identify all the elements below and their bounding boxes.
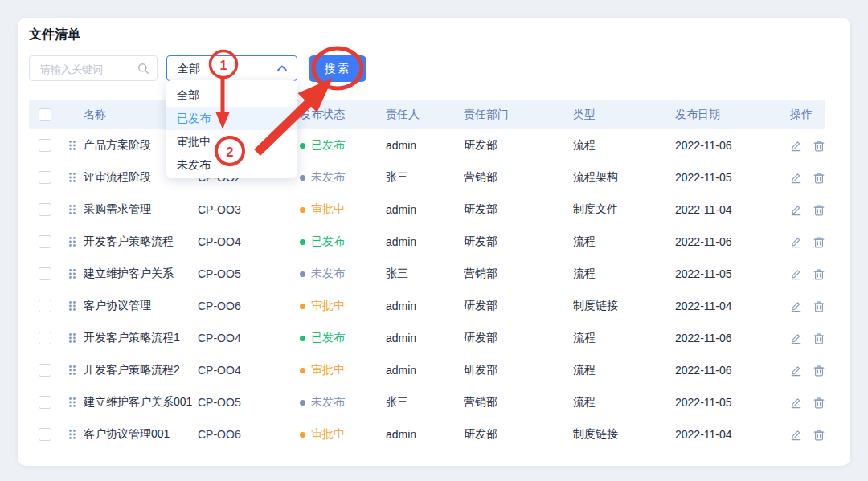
doc-type: 流程	[573, 331, 675, 345]
header-status: 发布状态	[300, 108, 386, 122]
doc-person: admin	[386, 364, 464, 377]
dropdown-option-published[interactable]: 已发布	[166, 107, 297, 130]
doc-type: 流程	[573, 138, 675, 153]
doc-name: 建立维护客户关系	[84, 267, 198, 281]
doc-dept: 营销部	[464, 170, 573, 185]
page-title: 文件清单	[29, 26, 80, 43]
edit-icon[interactable]	[790, 429, 802, 441]
status-label: 已发布	[311, 331, 345, 345]
table-body: 产品方案阶段 已发布 admin 研发部 流程 2022-11-06	[29, 129, 825, 450]
doc-dept: 营销部	[464, 395, 573, 410]
doc-name: 开发客户策略流程1	[84, 331, 198, 345]
drag-handle-icon[interactable]	[68, 268, 76, 279]
table-row: 产品方案阶段 已发布 admin 研发部 流程 2022-11-06	[29, 129, 825, 161]
search-input[interactable]	[39, 56, 138, 82]
doc-code: CP-OO4	[198, 332, 300, 344]
delete-icon[interactable]	[813, 365, 825, 377]
doc-person: admin	[386, 235, 464, 248]
row-checkbox[interactable]	[39, 203, 51, 216]
doc-date: 2022-11-04	[675, 203, 790, 216]
status-badge: 已发布	[300, 234, 386, 249]
drag-handle-icon[interactable]	[68, 140, 76, 151]
status-badge: 审批中	[300, 202, 386, 217]
header-type: 类型	[573, 108, 675, 122]
doc-dept: 研发部	[464, 427, 573, 442]
delete-icon[interactable]	[813, 236, 825, 248]
table-row: 采购需求管理 CP-OO3 审批中 admin 研发部 制度文件 2022-11…	[29, 194, 825, 226]
delete-icon[interactable]	[813, 140, 825, 152]
edit-icon[interactable]	[790, 268, 802, 280]
doc-person: admin	[386, 139, 464, 152]
delete-icon[interactable]	[813, 300, 825, 312]
doc-type: 流程	[573, 267, 675, 281]
doc-date: 2022-11-05	[675, 396, 790, 409]
doc-date: 2022-11-06	[675, 332, 790, 344]
search-icon	[137, 63, 149, 75]
dropdown-option-approving[interactable]: 审批中	[166, 130, 297, 153]
drag-handle-icon[interactable]	[68, 172, 76, 183]
row-checkbox[interactable]	[39, 428, 51, 441]
edit-icon[interactable]	[790, 397, 802, 409]
drag-handle-icon[interactable]	[68, 204, 76, 215]
doc-date: 2022-11-05	[675, 171, 790, 184]
status-label: 已发布	[311, 234, 345, 249]
row-checkbox[interactable]	[39, 139, 51, 152]
edit-icon[interactable]	[790, 332, 802, 344]
doc-code: CP-OO6	[198, 428, 300, 441]
edit-icon[interactable]	[790, 172, 802, 184]
status-badge: 已发布	[300, 138, 386, 153]
doc-code: CP-OO5	[198, 396, 300, 409]
drag-handle-icon[interactable]	[68, 332, 76, 344]
delete-icon[interactable]	[813, 332, 825, 344]
table-row: 评审流程阶段 CP-OO2 未发布 张三 营销部 流程架构 2022-11-05	[29, 161, 825, 194]
status-badge: 审批中	[300, 427, 386, 442]
status-badge: 未发布	[300, 170, 386, 185]
row-checkbox[interactable]	[39, 300, 51, 312]
row-checkbox[interactable]	[39, 235, 51, 248]
row-checkbox[interactable]	[39, 267, 51, 280]
row-checkbox[interactable]	[39, 171, 51, 184]
row-checkbox[interactable]	[39, 332, 51, 344]
edit-icon[interactable]	[790, 204, 802, 216]
delete-icon[interactable]	[813, 268, 825, 280]
search-button[interactable]: 搜索	[309, 55, 366, 82]
dropdown-option-unpublished[interactable]: 未发布	[166, 153, 297, 177]
edit-icon[interactable]	[790, 365, 802, 377]
status-filter-select[interactable]: 全部	[166, 55, 297, 81]
status-dot-icon	[300, 336, 305, 341]
dropdown-option-all[interactable]: 全部	[166, 84, 297, 107]
doc-type: 流程架构	[573, 170, 675, 185]
row-checkbox[interactable]	[39, 396, 51, 409]
delete-icon[interactable]	[813, 429, 825, 441]
doc-person: 张三	[386, 395, 464, 410]
search-input-wrapper	[29, 55, 158, 81]
drag-handle-icon[interactable]	[68, 365, 76, 376]
delete-icon[interactable]	[813, 397, 825, 409]
doc-dept: 营销部	[464, 267, 573, 281]
edit-icon[interactable]	[790, 300, 802, 312]
doc-dept: 研发部	[464, 331, 573, 345]
doc-person: admin	[386, 428, 464, 441]
drag-handle-icon[interactable]	[68, 236, 76, 247]
doc-code: CP-OO5	[198, 267, 300, 280]
edit-icon[interactable]	[790, 236, 802, 248]
delete-icon[interactable]	[813, 204, 825, 216]
status-label: 未发布	[311, 395, 345, 410]
select-all-checkbox[interactable]	[39, 108, 51, 121]
drag-handle-icon[interactable]	[68, 429, 76, 440]
drag-handle-icon[interactable]	[68, 397, 76, 408]
edit-icon[interactable]	[790, 140, 802, 152]
header-date: 发布日期	[675, 108, 790, 122]
doc-name: 采购需求管理	[84, 202, 198, 217]
doc-name: 建立维护客户关系001	[84, 395, 198, 410]
doc-dept: 研发部	[464, 363, 573, 377]
doc-person: admin	[386, 332, 464, 344]
row-checkbox[interactable]	[39, 364, 51, 377]
drag-handle-icon[interactable]	[68, 300, 76, 312]
status-label: 未发布	[311, 170, 345, 185]
doc-code: CP-OO3	[198, 203, 300, 216]
doc-date: 2022-11-04	[675, 300, 790, 312]
table-row: 开发客户策略流程 CP-OO4 已发布 admin 研发部 流程 2022-11…	[29, 226, 825, 258]
status-dot-icon	[300, 271, 305, 277]
delete-icon[interactable]	[813, 172, 825, 184]
